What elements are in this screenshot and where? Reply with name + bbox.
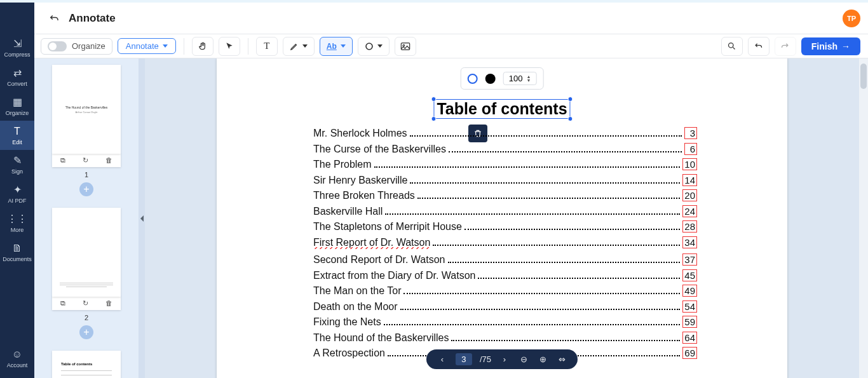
toc-chapter: Three Broken Threads xyxy=(313,190,415,201)
thumbnail-page-2[interactable] xyxy=(52,208,121,297)
toc-leader-dots xyxy=(465,229,680,230)
toc-chapter: Death on the Moor xyxy=(313,301,398,313)
toc-page-number: 14 xyxy=(682,174,697,186)
stroke-color-icon[interactable] xyxy=(468,74,478,84)
document-page[interactable]: 100 ▲▼ Table of contents Mr. Sherlock Ho… xyxy=(217,58,787,378)
toc-row: The Hound of the Baskervilles64 xyxy=(313,332,697,344)
rail-convert[interactable]: ⇄Convert xyxy=(0,62,34,91)
highlight-tool[interactable]: Ab xyxy=(320,37,353,56)
toc-row: Fixing the Nets59 xyxy=(313,316,697,328)
trash-icon[interactable]: 🗑 xyxy=(105,156,112,164)
duplicate-icon[interactable]: ⧉ xyxy=(60,156,65,165)
thumbnail-page-3[interactable]: Table of contents xyxy=(52,351,121,378)
duplicate-icon[interactable]: ⧉ xyxy=(60,299,65,307)
finish-button[interactable]: Finish→ xyxy=(801,37,860,55)
resize-handle[interactable] xyxy=(431,97,436,102)
draw-tool[interactable] xyxy=(283,37,315,56)
toc-row: Second Report of Dr. Watson37 xyxy=(313,253,697,266)
fill-color-icon[interactable] xyxy=(485,74,496,84)
compress-icon: ⇲ xyxy=(13,37,22,50)
zoom-out-button[interactable]: ⊖ xyxy=(518,354,529,364)
organize-toggle[interactable]: Organize xyxy=(41,38,112,55)
toc-chapter: The Man on the Tor xyxy=(313,285,401,297)
selected-text-annotation[interactable]: Table of contents xyxy=(433,99,570,119)
toc-chapter: The Curse of the Baskervilles xyxy=(313,144,446,155)
toc-page-number: 6 xyxy=(684,143,697,155)
svg-rect-1 xyxy=(401,43,409,50)
rail-account[interactable]: ☺Account xyxy=(0,344,34,373)
toc-page-number: 59 xyxy=(682,316,697,328)
toc-page-number: 24 xyxy=(682,205,697,217)
switch-icon xyxy=(48,41,67,51)
prev-page-button[interactable]: ‹ xyxy=(437,354,448,364)
resize-handle[interactable] xyxy=(568,116,573,121)
toc-leader-dots xyxy=(410,135,682,137)
back-button[interactable] xyxy=(46,10,62,27)
search-button[interactable] xyxy=(721,37,743,56)
arrow-right-icon: → xyxy=(841,41,850,51)
resize-handle[interactable] xyxy=(568,97,573,102)
toc-row: Extract from the Diary of Dr. Watson45 xyxy=(313,269,697,281)
toc-row: The Man on the Tor49 xyxy=(313,285,697,297)
rail-edit[interactable]: TEdit xyxy=(0,121,34,150)
toc-page-number: 37 xyxy=(682,253,697,266)
resize-handle[interactable] xyxy=(431,116,436,121)
shape-tool[interactable] xyxy=(358,37,390,56)
toc-leader-dots xyxy=(451,340,680,341)
documents-icon: 🗎 xyxy=(12,243,22,254)
vertical-scrollbar[interactable] xyxy=(859,58,868,378)
add-page-button[interactable]: + xyxy=(79,182,93,196)
rail-sign[interactable]: ✎Sign xyxy=(0,150,34,179)
toc-leader-dots xyxy=(433,245,680,246)
rotate-icon[interactable]: ↻ xyxy=(83,299,88,307)
divider xyxy=(184,38,184,55)
rotate-icon[interactable]: ↻ xyxy=(83,156,88,165)
opacity-input[interactable]: 100 ▲▼ xyxy=(503,72,537,85)
divider xyxy=(248,38,248,55)
svg-point-2 xyxy=(403,44,405,46)
add-page-button[interactable]: + xyxy=(79,325,93,339)
toc-chapter: The Hound of the Baskervilles xyxy=(313,332,449,344)
trash-icon[interactable]: 🗑 xyxy=(105,299,112,307)
redo-button[interactable] xyxy=(775,37,796,56)
annotate-dropdown[interactable]: Annotate xyxy=(118,38,176,54)
account-icon: ☺ xyxy=(12,349,22,360)
toc-chapter: Extract from the Diary of Dr. Watson xyxy=(313,270,475,281)
toc-chapter: Fixing the Nets xyxy=(313,316,381,328)
text-tool[interactable]: T xyxy=(256,37,278,56)
thumbnail-panel: The Hound of the Baskervilles Arthur Con… xyxy=(34,58,139,378)
undo-button[interactable] xyxy=(748,37,770,56)
rail-aipdf[interactable]: ✦AI PDF xyxy=(0,179,34,208)
thumbnail-actions: ⧉ ↻ 🗑 xyxy=(52,296,121,310)
toc-chapter: The Stapletons of Merripit House xyxy=(313,221,462,233)
pan-tool[interactable] xyxy=(192,37,214,56)
page-title: Annotate xyxy=(69,12,116,25)
rail-compress[interactable]: ⇲Compress xyxy=(0,33,34,62)
rail-organize[interactable]: ▦Organize xyxy=(0,91,34,121)
stepper-icon[interactable]: ▲▼ xyxy=(526,75,531,83)
thumbnail-number: 2 xyxy=(85,314,88,321)
image-tool[interactable] xyxy=(395,37,416,56)
toc-row: First Report of Dr. Watson34 xyxy=(313,236,697,250)
next-page-button[interactable]: › xyxy=(499,354,510,364)
toc-row: The Curse of the Baskervilles6 xyxy=(313,143,697,155)
left-rail: ⇲Compress ⇄Convert ▦Organize TEdit ✎Sign… xyxy=(0,3,34,378)
collapse-sidebar[interactable] xyxy=(139,58,145,378)
svg-point-0 xyxy=(366,43,372,50)
thumbnail-number: 1 xyxy=(85,171,88,179)
toc-chapter: Sir Henry Baskerville xyxy=(313,175,407,186)
table-of-contents: Mr. Sherlock Holmes3The Curse of the Bas… xyxy=(313,127,697,363)
document-viewport: 100 ▲▼ Table of contents Mr. Sherlock Ho… xyxy=(145,58,859,378)
rail-documents[interactable]: 🗎Documents xyxy=(0,238,34,267)
fit-width-button[interactable]: ⇔ xyxy=(556,354,567,364)
toc-chapter: The Problem xyxy=(313,159,372,170)
rail-more[interactable]: ⋮⋮More xyxy=(0,208,34,238)
thumbnail-page-1[interactable]: The Hound of the Baskervilles Arthur Con… xyxy=(52,65,121,154)
more-icon: ⋮⋮ xyxy=(7,213,27,225)
page-input[interactable] xyxy=(456,353,472,365)
avatar[interactable]: TP xyxy=(843,10,860,27)
zoom-in-button[interactable]: ⊕ xyxy=(537,354,548,364)
caret-down-icon xyxy=(163,44,168,48)
toc-chapter: Mr. Sherlock Holmes xyxy=(313,128,407,139)
select-tool[interactable] xyxy=(219,37,240,56)
